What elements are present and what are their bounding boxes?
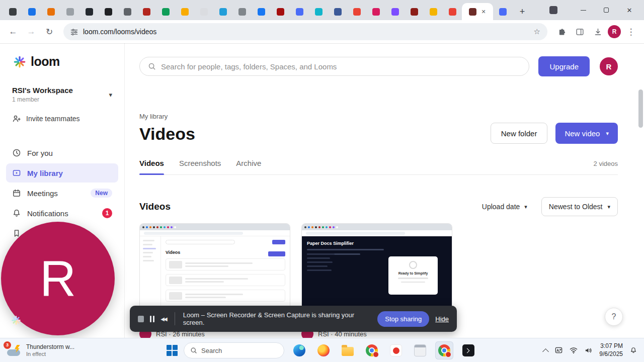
browser-pinned-tab[interactable] [424,3,443,20]
browser-pinned-tab[interactable] [118,3,137,20]
clock-icon [12,148,21,157]
stop-icon[interactable] [138,316,144,322]
upgrade-button[interactable]: Upgrade [538,56,590,76]
volume-icon[interactable] [585,347,592,354]
taskbar-search[interactable]: Search [184,342,284,358]
sort-order-dropdown[interactable]: Newest to Oldest ▾ [541,197,618,216]
page-scrollbar[interactable] [638,89,643,362]
main-content: Upgrade R My library Videos New folder N… [125,43,644,338]
window-minimize-button[interactable] [572,0,595,20]
taskbar-clock[interactable]: 3:07 PM 9/6/2025 [599,342,623,358]
taskbar-app-firefox[interactable] [314,341,333,359]
tab-favicon [86,8,93,16]
tab-videos[interactable]: Videos [139,159,164,174]
browser-pinned-tab[interactable] [271,3,290,20]
browser-pinned-tab[interactable] [385,3,405,20]
tab-close-icon[interactable]: ✕ [481,9,486,15]
browser-pinned-tab[interactable] [347,3,366,20]
download-icon [594,28,602,36]
browser-pinned-tab[interactable] [290,3,309,20]
browser-pinned-tab[interactable] [194,3,213,20]
title-row: My library Videos New folder New video ▾ [139,113,618,144]
language-icon[interactable] [555,346,562,354]
tab-favicon [143,8,150,16]
hidden-icons-chevron[interactable] [542,348,549,355]
stop-sharing-button[interactable]: Stop sharing [377,311,429,327]
window-maximize-button[interactable] [595,0,618,20]
back-button[interactable]: ← [5,24,21,40]
address-bar[interactable]: loom.com/looms/videos ☆ [63,23,547,40]
extensions-button[interactable] [553,24,570,40]
browser-pinned-tab[interactable] [137,3,156,20]
tab-archive[interactable]: Archive [236,159,261,174]
rewind-icon[interactable]: ◀◀ [160,316,166,322]
browser-pinned-tab[interactable] [60,3,79,20]
workspace-switcher[interactable]: RSI's Workspace 1 member ▾ [7,82,117,107]
window-close-button[interactable]: ✕ [618,0,641,20]
browser-pinned-tab[interactable] [328,3,347,20]
browser-pinned-tab[interactable] [99,3,118,20]
taskbar-app-chrome-active[interactable] [435,341,453,359]
scrollbar-thumb[interactable] [638,89,643,128]
browser-tab[interactable] [493,3,512,20]
wifi-icon[interactable] [570,347,578,353]
browser-pinned-tab[interactable] [443,3,462,20]
start-button[interactable] [167,345,178,356]
browser-pinned-tab[interactable] [252,3,271,20]
taskbar-app-chrome[interactable] [363,341,381,359]
pinned-extension-icon[interactable] [549,6,557,14]
downloads-button[interactable] [590,24,606,40]
pause-icon[interactable] [150,316,154,322]
new-folder-button[interactable]: New folder [491,123,548,144]
browser-pinned-tab[interactable] [41,3,60,20]
browser-pinned-tab[interactable] [175,3,194,20]
help-button[interactable]: ? [605,308,623,326]
loom-search-bar[interactable] [139,57,529,76]
bookmark-star-icon[interactable]: ☆ [534,27,540,36]
file-explorer-icon [342,347,354,356]
new-tab-button[interactable]: + [515,5,529,19]
new-video-button[interactable]: New video ▾ [555,123,618,144]
active-tab[interactable]: ✕ [462,3,493,20]
taskbar-app-media[interactable] [387,341,405,359]
taskbar-app-edge[interactable] [290,341,308,359]
search-input[interactable] [161,62,521,71]
reload-button[interactable]: ↻ [41,24,57,40]
browser-pinned-tab[interactable] [79,3,99,20]
browser-menu-button[interactable]: ⋮ [623,24,639,40]
taskbar-app-terminal[interactable] [459,341,477,359]
taskbar-app-explorer[interactable] [339,341,357,359]
sort-by-dropdown[interactable]: Upload date ▾ [482,203,527,211]
sidebar-item-label: My library [27,169,63,177]
browser-pinned-tab[interactable] [22,3,41,20]
url-text[interactable]: loom.com/looms/videos [83,28,156,36]
invite-teammates-button[interactable]: Invite teammates [0,107,124,130]
browser-pinned-tab[interactable] [156,3,175,20]
site-settings-icon[interactable] [70,28,78,36]
chevron-down-icon: ▾ [524,204,527,210]
hide-link[interactable]: Hide [435,315,449,323]
browser-pinned-tab[interactable] [405,3,424,20]
browser-pinned-tab[interactable] [232,3,252,20]
tab-favicon [499,8,507,16]
account-avatar[interactable]: R [600,57,618,75]
tab-screenshots[interactable]: Screenshots [179,159,221,174]
weather-widget[interactable]: 3 Thunderstorm w... In effect [7,343,74,357]
notification-bell-icon[interactable] [630,347,637,354]
browser-pinned-tab[interactable] [309,3,328,20]
loom-logo[interactable]: loom [0,43,124,69]
browser-pinned-tab[interactable] [366,3,385,20]
sidebar-item-my-library[interactable]: My library [6,163,118,183]
side-panel-button[interactable] [572,24,588,40]
thumb-cta-text: Ready to Simplify [398,272,428,275]
browser-profile-avatar[interactable]: R [608,25,621,38]
sidebar-item-for-you[interactable]: For you [6,143,118,162]
forward-button[interactable]: → [23,24,39,40]
browser-pinned-tab[interactable] [213,3,232,20]
sidebar-item-meetings[interactable]: Meetings New [6,184,118,203]
browser-pinned-tab[interactable] [3,3,22,20]
taskbar-app-window[interactable] [411,341,429,359]
webcam-bubble[interactable]: R [1,222,115,335]
thumb-toolbar [302,230,452,236]
sidebar-item-notifications[interactable]: Notifications 1 [6,204,118,223]
